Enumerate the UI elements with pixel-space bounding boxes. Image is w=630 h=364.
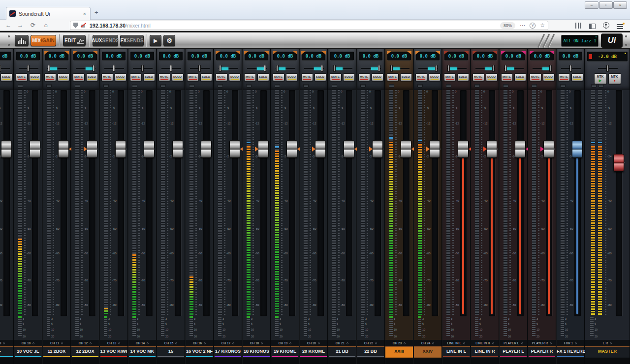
mute-button[interactable]: MUTE [244, 73, 256, 81]
channel-db-display[interactable]: 0.0 dB [530, 52, 554, 61]
pan-handle[interactable] [492, 65, 495, 72]
fader-track[interactable] [317, 90, 324, 316]
pan-slider[interactable] [0, 65, 10, 72]
channel-name-button[interactable]: 21 BB [328, 346, 356, 358]
solo-button[interactable]: SOLO [58, 73, 69, 81]
channel-name-button[interactable]: 15 [157, 346, 185, 358]
solo-button[interactable]: SOLO [486, 73, 498, 81]
fader-handle[interactable] [613, 154, 624, 172]
fader-track[interactable] [232, 90, 238, 316]
mute-button[interactable]: MUTE [472, 73, 484, 81]
mute-button[interactable]: MUTE [501, 73, 513, 81]
pan-handle[interactable] [276, 65, 279, 72]
pan-slider[interactable] [533, 65, 552, 72]
pan-slider[interactable] [247, 65, 267, 72]
mute-button[interactable]: MUTE [158, 73, 170, 81]
fx-sends-button[interactable]: FXSENDS [120, 35, 144, 46]
solo-button[interactable]: SOLO [29, 73, 41, 81]
aux-sends-button[interactable]: AUXSENDS [93, 35, 118, 46]
solo-button[interactable]: SOLO [229, 73, 241, 81]
pan-slider[interactable] [447, 65, 467, 72]
fader-handle[interactable] [1, 140, 12, 158]
library-icon[interactable] [574, 22, 583, 31]
fader-handle[interactable] [58, 140, 69, 158]
channel-name-button[interactable]: 16 VOC 2 NF [186, 346, 213, 358]
minimize-button[interactable]: – [585, 1, 598, 9]
player-play-button[interactable]: ▶ [150, 35, 161, 46]
channel-db-display[interactable]: 0.0 dB [102, 52, 126, 61]
fader-handle[interactable] [258, 140, 269, 158]
channel-db-display[interactable]: 0.0 dB [0, 52, 11, 61]
mute-button[interactable]: MUTE [16, 73, 28, 81]
channel-db-display[interactable]: 0.0 dB [45, 52, 68, 61]
fader-handle[interactable] [401, 140, 411, 158]
solo-button[interactable]: SOLO [543, 73, 555, 81]
pan-slider[interactable] [333, 65, 352, 72]
pan-slider[interactable] [418, 65, 438, 72]
fader-track[interactable] [517, 90, 524, 316]
channel-name-button[interactable]: 18 KRONOS [243, 346, 270, 358]
fader-handle[interactable] [486, 140, 497, 158]
solo-button[interactable]: SOLO [86, 73, 98, 81]
solo-button[interactable]: SOLO [429, 73, 441, 81]
pan-handle[interactable] [447, 65, 450, 72]
channel-name-button[interactable]: XXIV [414, 346, 441, 358]
pan-slider[interactable] [390, 65, 410, 72]
pan-handle[interactable] [333, 65, 336, 72]
mute-button[interactable]: MUTE [530, 73, 541, 81]
solo-button[interactable]: SOLO [200, 73, 212, 81]
mix-gain-button[interactable]: MIX/GAIN [31, 35, 56, 46]
mute-button[interactable]: MUTE [358, 73, 370, 81]
pan-slider[interactable] [561, 65, 581, 72]
channel-name-button[interactable]: XXIII [385, 346, 413, 358]
fader-track[interactable] [146, 90, 153, 316]
pan-handle[interactable] [219, 65, 221, 72]
channel-db-display[interactable]: 0.0 dB [216, 52, 240, 61]
pan-handle[interactable] [0, 65, 1, 72]
solo-button[interactable]: SOLO [343, 73, 355, 81]
channel-db-display[interactable]: 0.0 dB [73, 52, 97, 61]
channel-name-button[interactable]: 20 KROME [300, 346, 327, 358]
mute-button[interactable]: MUTE [216, 73, 227, 81]
solo-button[interactable]: SOLO [115, 73, 126, 81]
pan-slider[interactable] [190, 65, 210, 72]
fader-track[interactable] [289, 90, 295, 316]
pan-handle[interactable] [48, 65, 50, 72]
fader-track[interactable] [61, 90, 67, 316]
pan-slider[interactable] [304, 65, 324, 72]
mute-button[interactable]: MUTE [273, 73, 284, 81]
zoom-level-badge[interactable]: 80% [500, 22, 515, 29]
pan-slider[interactable] [361, 65, 381, 72]
solo-button[interactable]: SOLO [315, 73, 326, 81]
sidebar-icon[interactable] [588, 23, 597, 31]
fader-track[interactable] [375, 90, 381, 316]
channel-db-display[interactable]: 0.0 dB [359, 52, 382, 61]
fader-handle[interactable] [30, 140, 40, 158]
mute-button[interactable]: MUTE [130, 73, 142, 81]
solo-button[interactable]: SOLO [372, 73, 383, 81]
fader-track[interactable] [346, 90, 352, 316]
channel-name-button[interactable]: PLAYER L [500, 346, 527, 358]
pan-handle[interactable] [264, 65, 266, 72]
fader-handle[interactable] [172, 140, 183, 158]
fader-handle[interactable] [458, 140, 469, 158]
solo-button[interactable]: SOLO [257, 73, 269, 81]
fader-handle[interactable] [429, 140, 440, 158]
channel-db-display[interactable]: 0.0 dB [245, 52, 268, 61]
channel-db-display[interactable]: 0.0 dB [444, 52, 468, 61]
fader-handle[interactable] [286, 140, 297, 158]
channel-name-button[interactable]: 19 KROME [271, 346, 299, 358]
mute-button[interactable]: MUTE [415, 73, 427, 81]
fader-handle[interactable] [543, 140, 554, 158]
pan-handle[interactable] [569, 65, 572, 72]
fader-track[interactable] [546, 90, 552, 316]
mtk-record-button[interactable]: MTK● [608, 73, 621, 84]
forward-icon[interactable]: → [16, 21, 25, 30]
channel-name-button[interactable]: 13 VOC KIWI [100, 346, 127, 358]
mute-button[interactable]: MUTE [101, 73, 113, 81]
channel-name-button[interactable]: F [0, 346, 13, 358]
channel-name-button[interactable]: MASTER [585, 346, 630, 358]
bookmark-star-icon[interactable]: ☆ [540, 22, 545, 29]
fader-track[interactable] [616, 90, 622, 316]
fader-track[interactable] [574, 90, 581, 316]
